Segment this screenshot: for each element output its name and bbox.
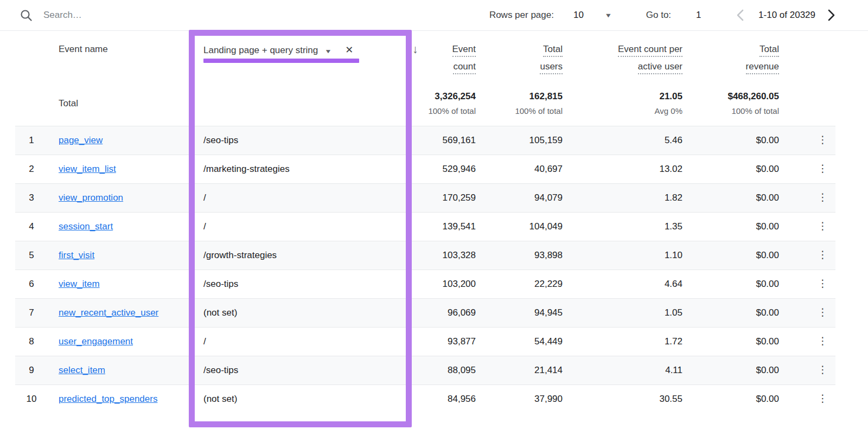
row-number: 5 <box>15 241 48 270</box>
kebab-menu-icon[interactable]: ⋮ <box>818 191 828 203</box>
per-active-user-cell: 5.46 <box>563 126 682 155</box>
total-users-cell: 40,697 <box>476 155 563 183</box>
landing-page-cell: /marketing-strategies <box>191 155 401 183</box>
event-name-link[interactable]: view_item <box>59 279 100 289</box>
landing-page-cell: / <box>191 183 401 212</box>
table-row: 2 view_item_list /marketing-strategies 5… <box>15 155 835 183</box>
revenue-cell: $0.00 <box>682 241 779 270</box>
event-count-cell: 88,095 <box>401 356 476 384</box>
totals-landing <box>191 81 401 126</box>
secondary-dimension-dropdown[interactable]: Landing page + query string▼✕ <box>191 31 401 81</box>
kebab-menu-icon[interactable]: ⋮ <box>818 364 828 375</box>
row-number: 9 <box>15 356 48 384</box>
per-active-user-cell: 1.35 <box>563 212 682 241</box>
row-number: 6 <box>15 270 48 298</box>
landing-page-cell: (not set) <box>191 298 401 327</box>
event-count-cell: 569,161 <box>401 126 476 155</box>
goto-page-label: Go to: <box>646 10 671 21</box>
rows-per-page-label: Rows per page: <box>489 10 554 21</box>
chevron-right-icon[interactable] <box>827 9 835 21</box>
total-revenue-header[interactable]: Total revenue <box>682 31 779 81</box>
event-count-cell: 170,259 <box>401 183 476 212</box>
event-name-link[interactable]: view_promotion <box>59 193 123 203</box>
per-active-user-cell: 13.02 <box>563 155 682 183</box>
event-name-link[interactable]: page_view <box>59 135 103 145</box>
total-users-header[interactable]: Total users <box>476 31 563 81</box>
total-users-cell: 93,898 <box>476 241 563 270</box>
kebab-menu-icon[interactable]: ⋮ <box>818 163 828 174</box>
table-row: 8 user_engagement / 93,877 54,449 1.72 $… <box>15 327 835 356</box>
event-count-cell: 93,877 <box>401 327 476 356</box>
actions-header <box>779 31 835 81</box>
search-box[interactable] <box>20 9 271 22</box>
table-row: 6 view_item /seo-tips 103,200 22,229 4.6… <box>15 270 835 298</box>
event-count-header[interactable]: ↓ Event count <box>401 31 476 81</box>
landing-page-cell: /seo-tips <box>191 126 401 155</box>
totals-per-active-user-value: 21.05 <box>563 91 682 102</box>
total-users-header-label[interactable]: users <box>540 61 563 74</box>
row-number: 2 <box>15 155 48 183</box>
secondary-dimension-caret-icon[interactable]: ▼ <box>324 48 332 54</box>
sort-descending-arrow-icon[interactable]: ↓ <box>412 43 418 56</box>
totals-revenue: $468,260.05 100% of total <box>682 81 779 126</box>
totals-event-count-value: 3,326,254 <box>401 91 476 102</box>
secondary-dimension-label[interactable]: Landing page + query string <box>203 45 318 55</box>
kebab-menu-icon[interactable]: ⋮ <box>818 393 828 404</box>
event-count-cell: 96,069 <box>401 298 476 327</box>
event-name-link[interactable]: view_item_list <box>59 164 116 174</box>
per-active-user-cell: 1.72 <box>563 327 682 356</box>
total-revenue-header-label[interactable]: Total <box>760 44 779 57</box>
per-active-user-cell: 1.82 <box>563 183 682 212</box>
total-users-cell: 54,449 <box>476 327 563 356</box>
event-name-link[interactable]: new_recent_active_user <box>59 307 158 318</box>
goto-page-input[interactable] <box>696 10 712 21</box>
kebab-menu-icon[interactable]: ⋮ <box>818 134 828 145</box>
event-name-link[interactable]: user_engagement <box>59 336 133 347</box>
row-number: 10 <box>15 384 48 413</box>
total-users-cell: 104,049 <box>476 212 563 241</box>
events-report-table: Event name Landing page + query string▼✕… <box>15 31 835 413</box>
per-active-user-header-label[interactable]: active user <box>638 61 682 74</box>
row-number: 1 <box>15 126 48 155</box>
table-row: 9 select_item /seo-tips 88,095 21,414 4.… <box>15 356 835 384</box>
secondary-dimension-close-icon[interactable]: ✕ <box>345 44 353 55</box>
landing-page-cell: /growth-strategies <box>191 241 401 270</box>
totals-event-count-subtext: 100% of total <box>401 106 476 116</box>
event-name-link[interactable]: session_start <box>59 221 113 232</box>
event-name-link[interactable]: predicted_top_spenders <box>59 394 157 404</box>
total-users-header-label[interactable]: Total <box>543 44 563 57</box>
row-number: 8 <box>15 327 48 356</box>
event-count-header-label[interactable]: Event <box>452 44 476 57</box>
event-count-per-active-user-header[interactable]: Event count per active user <box>563 31 682 81</box>
totals-total-users-value: 162,815 <box>476 91 563 102</box>
event-name-link[interactable]: select_item <box>59 365 105 375</box>
chevron-left-icon[interactable] <box>736 9 744 21</box>
per-active-user-header-label[interactable]: Event count per <box>618 44 682 57</box>
per-active-user-cell: 1.10 <box>563 241 682 270</box>
revenue-cell: $0.00 <box>682 270 779 298</box>
revenue-cell: $0.00 <box>682 126 779 155</box>
per-active-user-cell: 1.05 <box>563 298 682 327</box>
row-number: 7 <box>15 298 48 327</box>
total-revenue-header-label[interactable]: revenue <box>746 61 779 74</box>
totals-event-count: 3,326,254 100% of total <box>401 81 476 126</box>
table-header-row: Event name Landing page + query string▼✕… <box>15 31 835 81</box>
kebab-menu-icon[interactable]: ⋮ <box>818 306 828 318</box>
row-number: 3 <box>15 183 48 212</box>
per-active-user-cell: 4.64 <box>563 270 682 298</box>
kebab-menu-icon[interactable]: ⋮ <box>818 249 828 260</box>
kebab-menu-icon[interactable]: ⋮ <box>818 220 828 232</box>
rows-per-page-value[interactable]: 10 <box>573 10 584 21</box>
event-count-header-label[interactable]: count <box>453 61 476 74</box>
landing-page-cell: (not set) <box>191 384 401 413</box>
kebab-menu-icon[interactable]: ⋮ <box>818 335 828 347</box>
per-active-user-cell: 4.11 <box>563 356 682 384</box>
kebab-menu-icon[interactable]: ⋮ <box>818 278 828 289</box>
search-input[interactable] <box>43 10 271 21</box>
event-name-header: Event name <box>48 31 191 81</box>
event-name-link[interactable]: first_visit <box>59 250 94 260</box>
totals-per-active-user: 21.05 Avg 0% <box>563 81 682 126</box>
event-count-cell: 103,200 <box>401 270 476 298</box>
rows-per-page-caret-icon[interactable]: ▼ <box>604 12 612 18</box>
table-row: 4 session_start / 139,541 104,049 1.35 $… <box>15 212 835 241</box>
